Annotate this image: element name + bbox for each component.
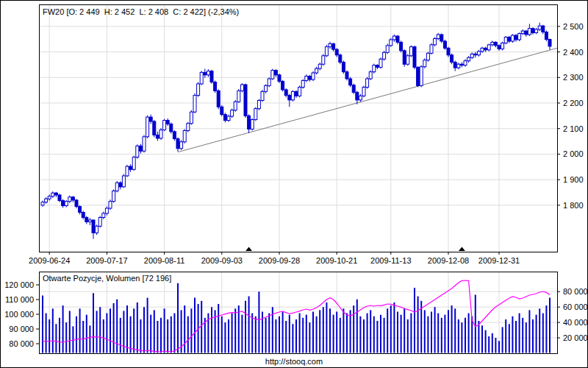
- svg-text:2 200: 2 200: [563, 99, 584, 107]
- svg-text:2 300: 2 300: [563, 73, 584, 82]
- svg-text:2009-12-31: 2009-12-31: [478, 256, 520, 265]
- chart-canvas: 2 5002 4002 3002 2002 1002 0001 9001 800…: [1, 1, 588, 368]
- svg-text:20 000: 20 000: [563, 333, 588, 342]
- svg-text:40 000: 40 000: [563, 318, 588, 327]
- svg-text:100 000: 100 000: [4, 310, 34, 319]
- svg-text:120 000: 120 000: [4, 280, 34, 289]
- svg-text:2009-10-21: 2009-10-21: [316, 256, 357, 265]
- svg-text:2 000: 2 000: [563, 149, 584, 158]
- price-panel-title: FW20 [O: 2 449 H: 2 452 L: 2 408 C: 2 42…: [43, 7, 239, 16]
- svg-text:2009-12-08: 2009-12-08: [428, 256, 469, 265]
- stock-chart-page: FW20 [O: 2 449 H: 2 452 L: 2 408 C: 2 42…: [0, 0, 588, 368]
- svg-text:2009-09-28: 2009-09-28: [259, 256, 300, 265]
- svg-text:2009-06-24: 2009-06-24: [29, 256, 70, 265]
- svg-text:2 100: 2 100: [563, 124, 584, 133]
- trendline: [178, 48, 557, 152]
- svg-text:2 500: 2 500: [563, 22, 584, 31]
- svg-text:1 800: 1 800: [563, 201, 584, 210]
- svg-text:60 000: 60 000: [563, 302, 588, 311]
- volume-panel-title: Otwarte Pozycje, Wolumen [72 196]: [43, 274, 171, 283]
- svg-text:80 000: 80 000: [9, 339, 34, 348]
- expiry-markers: [245, 247, 465, 252]
- svg-text:110 000: 110 000: [5, 295, 34, 304]
- open-positions-axis: 120 000110 000100 00090 00080 000: [4, 280, 39, 348]
- volume-bars: [43, 283, 550, 353]
- svg-text:2009-08-11: 2009-08-11: [144, 256, 184, 265]
- volume-axis: 80 00060 00040 00020 000: [557, 287, 588, 342]
- svg-text:80 000: 80 000: [563, 287, 588, 296]
- svg-text:2009-11-13: 2009-11-13: [370, 256, 411, 265]
- stooq-link[interactable]: http://stooq.com: [1, 357, 587, 366]
- price-y-axis: 2 5002 4002 3002 2002 1002 0001 9001 800: [557, 22, 584, 210]
- svg-text:2 400: 2 400: [563, 48, 584, 57]
- svg-text:1 900: 1 900: [563, 175, 584, 184]
- svg-text:90 000: 90 000: [9, 325, 34, 333]
- svg-text:2009-09-03: 2009-09-03: [201, 256, 243, 265]
- svg-text:2009-07-17: 2009-07-17: [86, 256, 127, 265]
- candlestick-series: [41, 23, 551, 239]
- x-axis: 2009-06-242009-07-172009-08-112009-09-03…: [29, 252, 520, 265]
- price-grid: [39, 4, 557, 252]
